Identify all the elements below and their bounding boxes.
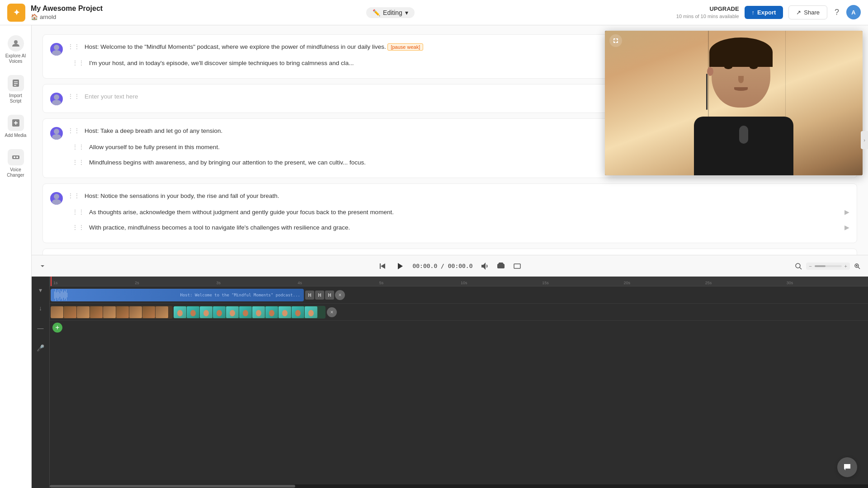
svg-point-13: [54, 94, 59, 100]
aspect-ratio-button[interactable]: [513, 262, 522, 271]
timeline-center-controls: 00:00.0 / 00:00.0: [32, 261, 868, 272]
user-avatar[interactable]: A: [846, 5, 861, 19]
scene-button[interactable]: [496, 262, 505, 271]
share-label: Share: [804, 9, 820, 16]
drag-handle-1b[interactable]: ⋮⋮: [72, 58, 85, 67]
script-block-4-row1: ⋮⋮ Host: Notice the sensations in your b…: [50, 191, 849, 205]
time-display: 00:00.0 / 00:00.0: [412, 263, 472, 269]
svg-point-10: [16, 156, 18, 158]
svg-point-0: [14, 40, 18, 44]
svg-rect-21: [497, 264, 505, 268]
editing-mode-button[interactable]: ✏️ Editing ▾: [366, 7, 415, 18]
add-track-button[interactable]: +: [52, 323, 62, 333]
svg-rect-22: [514, 264, 520, 268]
track-h-button-1[interactable]: H: [305, 291, 314, 300]
person-head: [705, 40, 777, 121]
svg-point-12: [52, 50, 61, 56]
video-track-teal[interactable]: [174, 306, 326, 319]
sidebar-item-voice-changer[interactable]: VoiceChanger: [2, 145, 29, 183]
project-title: My Awesome Project: [31, 5, 103, 13]
upgrade-link[interactable]: UPGRADE: [676, 5, 739, 13]
play-line-8-button[interactable]: ▶: [844, 208, 849, 216]
sidebar-item-explore-ai[interactable]: Explore AIVoices: [2, 31, 29, 69]
editing-label: Editing: [383, 9, 402, 16]
avatar-letter: A: [851, 9, 855, 16]
drag-handle-4b[interactable]: ⋮⋮: [72, 207, 85, 216]
track-h-button-2[interactable]: H: [315, 291, 324, 300]
audio-track-row: Host: Welcome to the "Mindful Moments" p…: [50, 286, 868, 304]
video-track-end-button[interactable]: ×: [327, 307, 337, 317]
timeline-scrollbar[interactable]: [50, 484, 868, 488]
export-icon: ↑: [752, 9, 755, 16]
ruler-mark: 15s: [542, 281, 623, 285]
track-lock-button[interactable]: —: [38, 324, 44, 332]
track-mic-button[interactable]: 🎤: [37, 344, 44, 352]
script-line-9[interactable]: With practice, mindfulness becomes a too…: [89, 223, 840, 233]
pause-tag: [pause weak]: [387, 43, 423, 51]
track-download-button[interactable]: ↓: [39, 305, 42, 312]
sidebar-item-add-media[interactable]: Add Media: [2, 110, 29, 143]
sidebar-voice-changer-label: VoiceChanger: [7, 167, 24, 178]
zoom-in-icon: +: [844, 263, 847, 269]
right-sidebar-toggle[interactable]: ›: [861, 131, 868, 149]
volume-button[interactable]: [480, 262, 489, 271]
ruler-mark: 5s: [379, 281, 461, 285]
svg-line-24: [800, 267, 802, 269]
video-track-brown[interactable]: [51, 306, 173, 319]
script-line-8[interactable]: As thoughts arise, acknowledge them with…: [89, 207, 840, 217]
track-end-circle-button[interactable]: ×: [335, 290, 345, 300]
zoom-control: − +: [806, 263, 850, 270]
sidebar-add-media-label: Add Media: [5, 133, 27, 138]
script-line-7[interactable]: Host: Notice the sensations in your body…: [85, 191, 849, 201]
video-corner-icon: [609, 34, 622, 47]
timeline-right-controls: − +: [794, 262, 861, 270]
upgrade-sub: 10 mins of 10 mins available: [676, 14, 739, 19]
svg-point-16: [52, 134, 61, 140]
drag-handle-3[interactable]: ⋮⋮: [67, 126, 80, 135]
pencil-icon: ✏️: [373, 9, 380, 16]
person-body: [694, 117, 793, 175]
breadcrumb: 🏠 arnold: [31, 14, 104, 20]
timeline-scrollbar-thumb[interactable]: [50, 485, 295, 488]
svg-line-26: [858, 267, 860, 269]
svg-point-14: [52, 100, 61, 105]
play-line-9-button[interactable]: ▶: [844, 224, 849, 231]
drag-handle-4c[interactable]: ⋮⋮: [72, 223, 85, 232]
zoom-slider[interactable]: [815, 265, 842, 267]
sidebar-item-import-script[interactable]: ImportScript: [2, 70, 29, 108]
drag-handle-2[interactable]: ⋮⋮: [67, 92, 80, 101]
timeline-tracks: ▾ ↓ — 🎤 1s 2s 3s 4s 5s 10s 15s 20s 25s: [32, 277, 868, 488]
ruler-mark: 3s: [216, 281, 297, 285]
play-pause-button[interactable]: [394, 261, 405, 272]
collapse-timeline-button[interactable]: [39, 263, 46, 270]
export-button[interactable]: ↑ Export: [745, 6, 783, 19]
share-button[interactable]: ↗ Share: [788, 5, 827, 19]
drag-handle-1[interactable]: ⋮⋮: [67, 42, 80, 51]
video-preview: [605, 31, 863, 175]
ruler-mark: 30s: [787, 281, 868, 285]
add-media-icon: [8, 115, 24, 131]
content-area: › ⋮⋮ Host: Welcome to the "Mindful Momen…: [32, 25, 868, 488]
search-timeline-button[interactable]: [794, 262, 802, 270]
explore-ai-icon: [8, 35, 24, 52]
timeline-collapse-button[interactable]: ▾: [39, 286, 42, 294]
home-icon: 🏠: [31, 14, 38, 20]
drag-handle-4[interactable]: ⋮⋮: [67, 191, 80, 200]
script-editor[interactable]: › ⋮⋮ Host: Welcome to the "Mindful Momen…: [32, 25, 868, 255]
svg-point-11: [54, 45, 59, 50]
skip-back-button[interactable]: [378, 262, 387, 271]
waveform-bars: [54, 289, 178, 301]
drag-handle-3b[interactable]: ⋮⋮: [72, 142, 85, 151]
audio-track-bar[interactable]: Host: Welcome to the "Mindful Moments" p…: [51, 289, 304, 301]
script-block-4-row3: ⋮⋮ With practice, mindfulness becomes a …: [50, 223, 849, 235]
export-label: Export: [757, 9, 776, 16]
speaker-avatar-1: [50, 43, 63, 56]
audio-track-end-controls: H H H ×: [305, 290, 345, 300]
help-button[interactable]: ?: [833, 6, 841, 19]
drag-handle-3c[interactable]: ⋮⋮: [72, 158, 85, 167]
zoom-in-button[interactable]: [854, 263, 861, 270]
track-h-button-3[interactable]: H: [325, 291, 334, 300]
timeline-ruler: 1s 2s 3s 4s 5s 10s 15s 20s 25s 30s: [50, 277, 868, 286]
ruler-mark: 25s: [705, 281, 787, 285]
chat-bubble-button[interactable]: [837, 457, 857, 477]
